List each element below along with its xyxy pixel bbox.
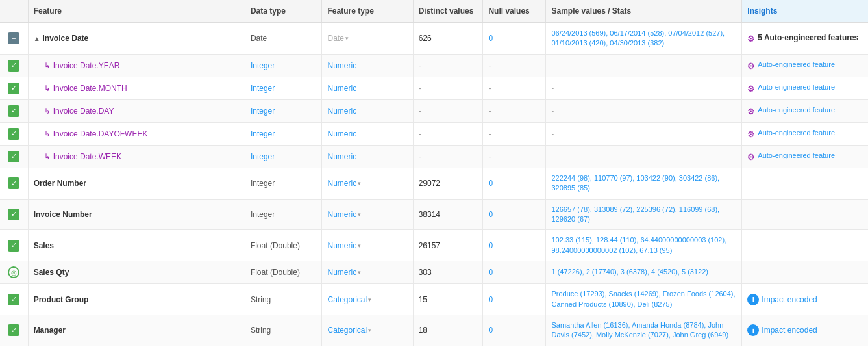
- checkbox-minus[interactable]: −: [8, 32, 19, 44]
- feature-type-value: Numeric: [327, 268, 356, 277]
- auto-sub-icon: ⚙: [747, 129, 755, 139]
- sub-arrow: ↳: [44, 61, 51, 70]
- sample-value: -: [551, 84, 554, 92]
- sample-value: Produce (17293), Snacks (14269), Frozen …: [551, 290, 735, 307]
- checkbox-cell[interactable]: ✓: [0, 54, 28, 77]
- distinct-values-cell: -: [413, 99, 483, 122]
- data-type-cell: Float (Double): [245, 261, 322, 284]
- feature-type-dropdown[interactable]: Categorical▾: [327, 295, 371, 304]
- sample-value: -: [551, 129, 554, 137]
- insights-cell: ⚙ Auto-engineered feature: [742, 99, 868, 122]
- distinct-value: -: [419, 152, 421, 161]
- distinct-value: 15: [419, 295, 427, 304]
- distinct-values-cell: 15: [413, 284, 483, 315]
- checkbox-cell[interactable]: −: [0, 23, 28, 54]
- null-values-cell: -: [483, 54, 546, 77]
- sample-values-cell: Samantha Allen (16136), Amanda Honda (87…: [546, 315, 742, 346]
- insights-impact-text: Impact encoded: [762, 295, 817, 304]
- table-row: ✓ManagerStringCategorical▾180Samantha Al…: [0, 315, 868, 346]
- data-type-cell: Integer: [245, 54, 322, 77]
- feature-type-cell: Numeric: [322, 122, 413, 145]
- info-icon: i: [747, 324, 759, 336]
- checkbox-checked[interactable]: ✓: [8, 60, 19, 72]
- checkbox-cell[interactable]: ✓: [0, 77, 28, 99]
- checkbox-cell[interactable]: ✓: [0, 284, 28, 315]
- null-values-cell: -: [483, 145, 546, 168]
- table-row: ✓↳Invoice Date.WEEKIntegerNumeric--- ⚙ A…: [0, 145, 868, 168]
- checkbox-cell[interactable]: ✓: [0, 168, 28, 199]
- insights-auto-sub-text: Auto-engineered feature: [758, 129, 835, 136]
- feature-name-sub: Invoice Date.DAYOFWEEK: [53, 129, 148, 138]
- sub-arrow: ↳: [44, 152, 51, 161]
- checkbox-cell[interactable]: ◎: [0, 261, 28, 284]
- null-values-cell: 0: [483, 315, 546, 346]
- table-row: ✓Product GroupStringCategorical▾150Produ…: [0, 284, 868, 315]
- insights-cell: ⚙ Auto-engineered feature: [742, 54, 868, 77]
- column-header-null: Null values: [483, 0, 546, 23]
- checkbox-checked[interactable]: ✓: [8, 128, 19, 140]
- sample-values-cell: 1 (47226), 2 (17740), 3 (6378), 4 (4520)…: [546, 261, 742, 284]
- checkbox-checked[interactable]: ✓: [8, 240, 19, 252]
- checkbox-target[interactable]: ◎: [8, 266, 19, 278]
- data-type-value: Integer: [251, 210, 275, 219]
- sub-arrow: ↳: [44, 107, 51, 116]
- data-type-value: Float (Double): [251, 241, 300, 250]
- sample-values-cell: 222244 (98), 110770 (97), 103422 (90), 3…: [546, 168, 742, 199]
- null-values-cell: 0: [483, 261, 546, 284]
- dropdown-arrow: ▾: [358, 242, 361, 249]
- data-type-cell: Integer: [245, 168, 322, 199]
- checkbox-checked[interactable]: ✓: [8, 324, 19, 336]
- checkbox-checked[interactable]: ✓: [8, 294, 19, 306]
- feature-type-cell: Numeric: [322, 145, 413, 168]
- null-values-cell: -: [483, 77, 546, 99]
- insights-cell: [742, 230, 868, 261]
- distinct-value: -: [419, 84, 421, 93]
- feature-type-dropdown[interactable]: Numeric▾: [327, 241, 361, 250]
- checkbox-cell[interactable]: ✓: [0, 122, 28, 145]
- feature-type-dropdown[interactable]: Categorical▾: [327, 326, 371, 335]
- checkbox-cell[interactable]: ✓: [0, 315, 28, 346]
- insights-auto-sub: ⚙ Auto-engineered feature: [747, 151, 863, 162]
- feature-type-cell: Numeric: [322, 77, 413, 99]
- insights-cell: ⚙ 5 Auto-engineered features: [742, 23, 868, 54]
- checkbox-cell[interactable]: ✓: [0, 99, 28, 122]
- data-type-value: Integer: [251, 61, 275, 70]
- checkbox-cell[interactable]: ✓: [0, 230, 28, 261]
- distinct-value: 38314: [419, 210, 440, 219]
- checkbox-cell[interactable]: ✓: [0, 145, 28, 168]
- checkbox-checked[interactable]: ✓: [8, 105, 19, 117]
- feature-type-dropdown[interactable]: Numeric▾: [327, 268, 361, 277]
- sample-values-cell: -: [546, 99, 742, 122]
- distinct-value: -: [419, 61, 421, 70]
- distinct-value: 26157: [419, 241, 440, 250]
- feature-type-value: Numeric: [327, 61, 356, 70]
- feature-cell: Sales: [28, 230, 245, 261]
- collapse-arrow[interactable]: ▲: [34, 35, 40, 42]
- feature-cell: ↳Invoice Date.MONTH: [28, 77, 245, 99]
- auto-sub-icon: ⚙: [747, 152, 755, 162]
- checkbox-checked[interactable]: ✓: [8, 83, 19, 94]
- distinct-value: -: [419, 129, 421, 138]
- feature-type-dropdown[interactable]: Numeric▾: [327, 210, 361, 219]
- dropdown-arrow: ▾: [358, 211, 361, 218]
- checkbox-checked[interactable]: ✓: [8, 151, 19, 162]
- null-value: 0: [488, 179, 493, 188]
- feature-cell: ↳Invoice Date.DAY: [28, 99, 245, 122]
- table-row: −▲Invoice DateDateDate▾626006/24/2013 (5…: [0, 23, 868, 54]
- checkbox-checked[interactable]: ✓: [8, 209, 19, 220]
- null-value: -: [488, 84, 491, 93]
- distinct-value: -: [419, 107, 421, 116]
- data-type-cell: Date: [245, 23, 322, 54]
- feature-cell: ▲Invoice Date: [28, 23, 245, 54]
- auto-sub-icon: ⚙: [747, 107, 755, 116]
- feature-name: Manager: [34, 326, 66, 335]
- checkbox-cell[interactable]: ✓: [0, 199, 28, 230]
- table-row: ✓Invoice NumberIntegerNumeric▾3831401266…: [0, 199, 868, 230]
- feature-type-cell: Numeric▾: [322, 261, 413, 284]
- insights-auto-main-text: 5 Auto-engineered features: [758, 33, 858, 42]
- feature-type-dropdown[interactable]: Numeric▾: [327, 179, 361, 188]
- checkbox-checked[interactable]: ✓: [8, 177, 19, 189]
- feature-type-dropdown[interactable]: Date▾: [327, 34, 348, 43]
- distinct-values-cell: 626: [413, 23, 483, 54]
- data-type-cell: Integer: [245, 145, 322, 168]
